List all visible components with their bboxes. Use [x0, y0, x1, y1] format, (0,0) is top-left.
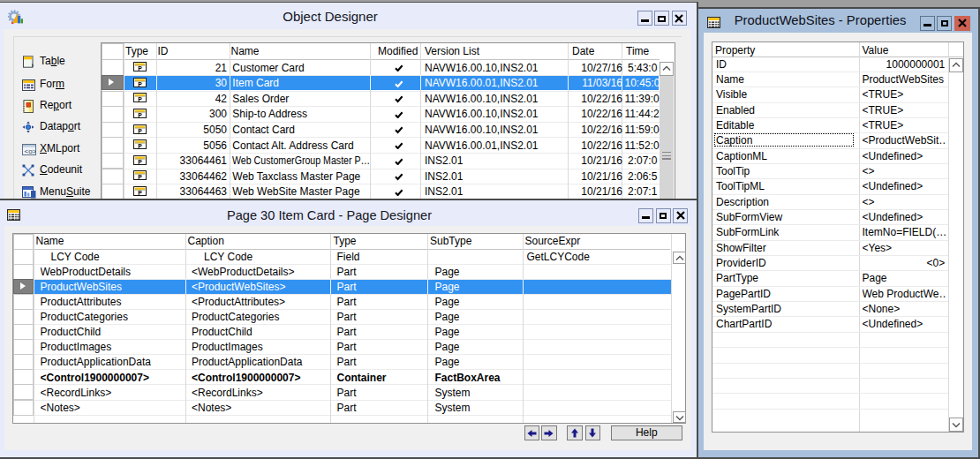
svg-text:P: P — [138, 96, 142, 102]
svg-text:P: P — [138, 65, 142, 71]
svg-text:P: P — [138, 190, 142, 196]
svg-text:P: P — [138, 127, 142, 133]
svg-text:P: P — [138, 158, 142, 164]
svg-text:<o>: <o> — [25, 147, 37, 154]
svg-text:P: P — [138, 112, 142, 118]
svg-text:P: P — [138, 174, 142, 180]
svg-text:P: P — [138, 80, 142, 87]
svg-text:P: P — [138, 143, 142, 149]
